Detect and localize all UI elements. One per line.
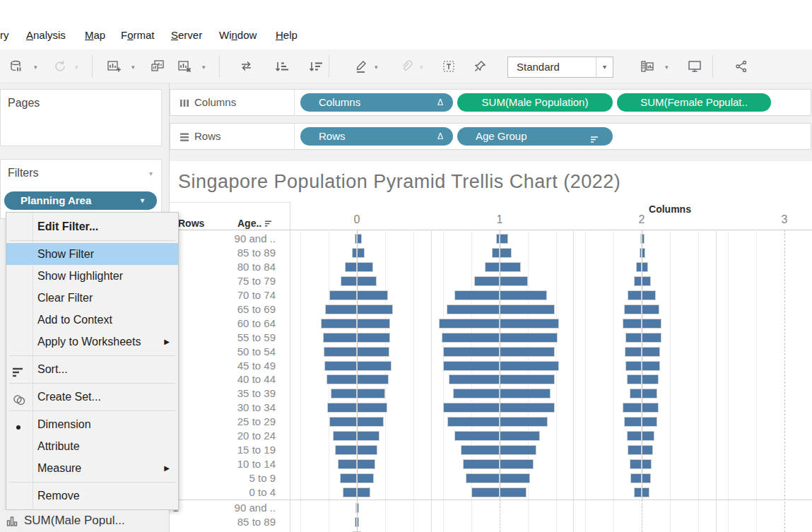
bar-female[interactable] xyxy=(500,347,555,357)
column-header-0[interactable]: 0 xyxy=(336,213,378,226)
bar-female[interactable] xyxy=(357,290,388,300)
bar-female[interactable] xyxy=(642,234,645,244)
share-icon[interactable] xyxy=(732,57,751,76)
bar-female[interactable] xyxy=(357,459,375,469)
bar-female[interactable] xyxy=(357,517,359,527)
age-label[interactable]: 60 to 64 xyxy=(173,317,276,329)
presentation-mode-icon[interactable] xyxy=(686,57,704,76)
column-header-1[interactable]: 1 xyxy=(478,213,521,226)
bar-male[interactable] xyxy=(325,305,357,314)
fit-mode-dropdown[interactable]: Standard▾ xyxy=(507,57,613,78)
column-header-3[interactable]: 3 xyxy=(763,213,806,226)
menu-item-create-set[interactable]: Create Set... xyxy=(6,386,178,408)
age-label[interactable]: 65 to 69 xyxy=(173,303,276,315)
age-label[interactable]: 0 to 4 xyxy=(173,486,276,498)
menu-item-apply-to-worksheets[interactable]: Apply to Worksheets▶ xyxy=(6,331,178,353)
chevron-down-icon[interactable]: ▾ xyxy=(596,57,613,77)
age-field-label[interactable]: Age.. xyxy=(237,218,272,229)
bar-male[interactable] xyxy=(324,347,357,357)
bar-female[interactable] xyxy=(642,290,656,300)
bar-male[interactable] xyxy=(634,276,642,286)
bar-female[interactable] xyxy=(642,276,651,286)
bar-male[interactable] xyxy=(485,262,500,272)
bar-female[interactable] xyxy=(500,473,530,483)
bar-male[interactable] xyxy=(327,403,357,413)
bar-male[interactable] xyxy=(625,347,642,357)
bar-male[interactable] xyxy=(321,319,357,329)
bar-female[interactable] xyxy=(357,403,387,413)
marks-card-item[interactable]: SUM(Male Popul... xyxy=(0,510,169,532)
bar-female[interactable] xyxy=(357,248,365,258)
bar-female[interactable] xyxy=(642,305,659,314)
clear-sheet-icon[interactable] xyxy=(175,57,194,76)
pill-columns[interactable]: ColumnsΔ xyxy=(300,93,453,112)
bar-male[interactable] xyxy=(466,473,500,483)
bar-female[interactable] xyxy=(500,417,548,427)
bar-female[interactable] xyxy=(642,361,660,371)
menu-item-clear-filter[interactable]: Clear Filter xyxy=(6,287,178,309)
bar-male[interactable] xyxy=(331,389,357,398)
bar-female[interactable] xyxy=(500,276,528,286)
bar-male[interactable] xyxy=(630,473,642,483)
bar-female[interactable] xyxy=(642,262,648,272)
pill-age-group[interactable]: Age Group xyxy=(457,127,613,146)
bar-female[interactable] xyxy=(642,431,654,441)
bar-male[interactable] xyxy=(326,374,357,384)
bar-female[interactable] xyxy=(357,361,392,371)
bar-male[interactable] xyxy=(630,389,642,398)
bar-female[interactable] xyxy=(500,403,555,413)
age-label[interactable]: 70 to 74 xyxy=(173,289,276,301)
text-label-icon[interactable] xyxy=(440,57,458,76)
bar-female[interactable] xyxy=(500,445,536,455)
bar-female[interactable] xyxy=(642,347,660,357)
bar-female[interactable] xyxy=(357,347,389,357)
bar-male[interactable] xyxy=(624,305,642,314)
menu-window[interactable]: Window xyxy=(219,29,257,41)
age-label[interactable]: 40 to 44 xyxy=(173,373,276,385)
pin-icon[interactable] xyxy=(471,57,489,76)
bar-female[interactable] xyxy=(642,374,659,384)
duplicate-sheet-icon[interactable] xyxy=(148,57,167,76)
bar-female[interactable] xyxy=(642,417,657,427)
age-label[interactable]: 25 to 29 xyxy=(173,415,276,427)
device-preview-icon[interactable] xyxy=(638,57,657,76)
bar-male[interactable] xyxy=(628,445,642,455)
bar-female[interactable] xyxy=(500,290,547,300)
bar-male[interactable] xyxy=(345,262,357,272)
menu-item-add-to-context[interactable]: Add to Context xyxy=(6,309,178,331)
bar-female[interactable] xyxy=(642,403,659,413)
menu-format[interactable]: Format xyxy=(121,29,155,41)
menu-server[interactable]: Server xyxy=(171,29,202,41)
bar-male[interactable] xyxy=(492,248,500,258)
bar-male[interactable] xyxy=(625,333,642,343)
dropdown-caret-icon[interactable]: ▾ xyxy=(75,64,78,71)
pill-sum-male-population[interactable]: SUM(Male Population) xyxy=(457,93,613,112)
bar-female[interactable] xyxy=(642,248,645,258)
age-label[interactable]: 55 to 59 xyxy=(173,331,276,343)
filters-menu-caret-icon[interactable]: ▾ xyxy=(149,170,153,177)
age-label[interactable]: 50 to 54 xyxy=(173,345,276,357)
bar-female[interactable] xyxy=(357,445,377,455)
bar-male[interactable] xyxy=(471,487,500,497)
bar-male[interactable] xyxy=(630,459,642,469)
bar-male[interactable] xyxy=(335,445,357,455)
bar-female[interactable] xyxy=(642,459,652,469)
bar-male[interactable] xyxy=(461,445,500,455)
bar-male[interactable] xyxy=(324,361,357,371)
age-label[interactable]: 10 to 14 xyxy=(173,458,276,470)
age-label[interactable]: 85 to 89 xyxy=(173,516,276,528)
bar-female[interactable] xyxy=(500,361,559,371)
bar-male[interactable] xyxy=(449,374,500,384)
bar-female[interactable] xyxy=(357,333,390,343)
sort-descending-icon[interactable] xyxy=(307,57,325,76)
bar-male[interactable] xyxy=(329,417,357,427)
bar-female[interactable] xyxy=(357,431,379,441)
bar-male[interactable] xyxy=(623,403,642,413)
bar-male[interactable] xyxy=(341,276,357,286)
dropdown-caret-icon[interactable]: ▾ xyxy=(420,64,423,71)
bar-male[interactable] xyxy=(454,290,500,300)
bar-female[interactable] xyxy=(500,305,555,314)
bar-male[interactable] xyxy=(343,487,357,497)
bar-female[interactable] xyxy=(500,431,540,441)
bar-female[interactable] xyxy=(357,374,389,384)
